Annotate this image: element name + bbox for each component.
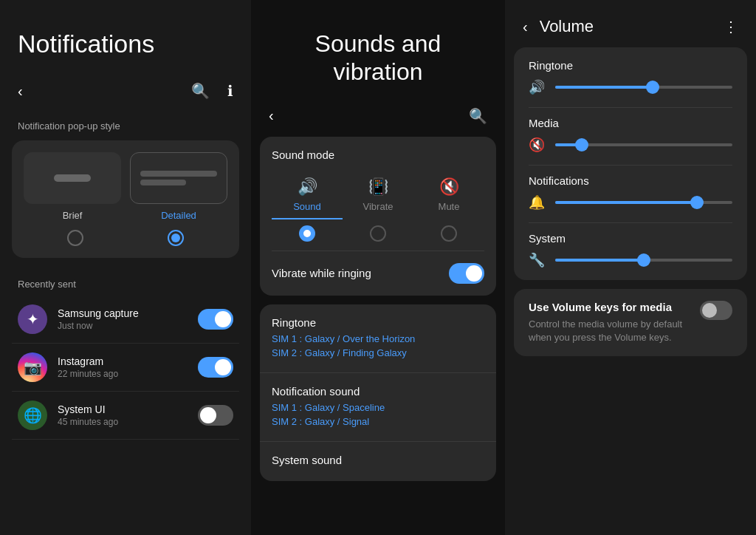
list-item[interactable]: ✦ Samsung capture Just now <box>12 296 239 344</box>
sound-label: Sound <box>293 201 321 212</box>
system-volume-icon: 🔧 <box>529 252 546 268</box>
ringtone-volume-label: Ringtone <box>529 59 732 72</box>
sound-mode-vibrate[interactable]: 📳 Vibrate <box>343 171 413 219</box>
detail-lines <box>140 171 217 185</box>
app-list: ✦ Samsung capture Just now 📷 Instagram 2… <box>0 296 251 440</box>
search-button[interactable]: 🔍 <box>188 79 213 103</box>
ringtone-volume-icon: 🔊 <box>529 79 546 95</box>
media-volume-row: 🔇 <box>529 137 732 153</box>
ringtone-thumb <box>646 81 659 94</box>
sound-mode-mute[interactable]: 🔇 Mute <box>413 171 484 219</box>
app-info: Samsung capture Just now <box>58 307 188 331</box>
brief-preview <box>24 152 121 204</box>
back-button[interactable]: ‹ <box>15 80 26 103</box>
system-ui-icon: 🌐 <box>18 401 47 430</box>
brief-option[interactable]: Brief <box>24 152 121 221</box>
sounds-toolbar: ‹ 🔍 <box>251 101 505 137</box>
mute-icon: 🔇 <box>439 177 459 197</box>
notifications-toolbar: ‹ 🔍 ℹ <box>0 73 251 115</box>
ringtone-slider[interactable] <box>555 86 732 89</box>
notifications-fill <box>555 201 697 204</box>
vibrate-radio-circle <box>370 225 386 242</box>
sounds-back-button[interactable]: ‹ <box>266 104 277 127</box>
system-fill <box>555 259 644 262</box>
detailed-radio-circle <box>168 230 184 246</box>
vibrate-row: Vibrate while ringing <box>260 251 496 296</box>
list-item[interactable]: 📷 Instagram 22 minutes ago <box>12 344 239 392</box>
sound-mode-card: Sound mode 🔊 Sound 📳 Vibrate 🔇 Mute <box>260 137 496 296</box>
list-item[interactable]: 🌐 System UI 45 minutes ago <box>12 392 239 440</box>
mute-radio-circle <box>441 225 457 242</box>
volume-title-row: ‹ Volume <box>520 16 594 38</box>
popup-radio-row <box>24 230 227 246</box>
notifications-panel: Notifications ‹ 🔍 ℹ Notification pop-up … <box>0 0 251 535</box>
system-slider[interactable] <box>555 259 732 262</box>
app-time: Just now <box>58 321 188 331</box>
media-fill <box>555 143 582 146</box>
samsung-toggle[interactable] <box>198 309 233 330</box>
use-volume-desc: Control the media volume by default when… <box>529 318 691 344</box>
brief-label: Brief <box>63 210 83 221</box>
system-volume-label: System <box>529 232 732 245</box>
media-thumb <box>575 138 588 151</box>
sound-mode-options: 🔊 Sound 📳 Vibrate 🔇 Mute <box>272 171 484 219</box>
instagram-toggle[interactable] <box>198 357 233 378</box>
system-toggle[interactable] <box>198 405 233 426</box>
notification-sound-title: Notification sound <box>272 385 484 398</box>
divider <box>529 222 732 223</box>
info-button[interactable]: ℹ <box>224 79 236 103</box>
ringtone-volume-item: Ringtone 🔊 <box>529 59 732 95</box>
media-volume-label: Media <box>529 117 732 129</box>
vibrate-toggle[interactable] <box>449 263 484 284</box>
volume-back-button[interactable]: ‹ <box>520 16 531 38</box>
system-sound-title: System sound <box>272 454 484 466</box>
detailed-radio[interactable] <box>130 230 221 246</box>
ringtone-item[interactable]: Ringtone SIM 1 : Galaxy / Over the Horiz… <box>260 304 496 373</box>
divider <box>529 165 732 166</box>
system-volume-item: System 🔧 <box>529 232 732 268</box>
notifications-thumb <box>690 196 704 209</box>
notifications-volume-item: Notifications 🔔 <box>529 174 732 211</box>
sounds-panel: Sounds and vibration ‹ 🔍 Sound mode 🔊 So… <box>251 0 505 535</box>
vibrate-icon: 📳 <box>368 177 388 197</box>
sounds-header: Sounds and vibration <box>251 0 505 101</box>
volume-header: ‹ Volume ⋮ <box>505 0 756 47</box>
app-info: Instagram 22 minutes ago <box>58 355 188 379</box>
sound-radio-circle <box>299 225 315 242</box>
system-thumb <box>637 253 650 267</box>
sound-radio[interactable] <box>272 225 343 242</box>
sound-mode-sound[interactable]: 🔊 Sound <box>272 171 343 219</box>
popup-style-card: Brief Detailed <box>12 140 239 258</box>
use-volume-toggle[interactable] <box>700 301 732 320</box>
notifications-slider[interactable] <box>555 201 732 204</box>
sound-icon: 🔊 <box>298 177 317 197</box>
volume-card: Ringtone 🔊 Media 🔇 <box>514 47 747 280</box>
detail-line-2 <box>140 180 186 185</box>
ringtone-fill <box>555 86 653 89</box>
use-volume-title: Use Volume keys for media <box>529 301 691 313</box>
detailed-option[interactable]: Detailed <box>130 152 227 221</box>
ringtone-title: Ringtone <box>272 316 484 329</box>
sounds-search-button[interactable]: 🔍 <box>466 104 490 128</box>
app-name: Samsung capture <box>58 307 188 319</box>
divider <box>529 107 732 108</box>
app-name: Instagram <box>58 355 188 367</box>
app-info: System UI 45 minutes ago <box>58 403 188 427</box>
use-volume-card[interactable]: Use Volume keys for media Control the me… <box>514 289 747 356</box>
mute-radio[interactable] <box>413 225 484 242</box>
media-volume-icon: 🔇 <box>529 137 546 153</box>
system-volume-row: 🔧 <box>529 252 732 268</box>
volume-more-button[interactable]: ⋮ <box>721 15 741 38</box>
mute-label: Mute <box>439 201 460 212</box>
toolbar-icons: 🔍 ℹ <box>188 79 236 103</box>
system-sound-item[interactable]: System sound <box>260 442 496 481</box>
sounds-title: Sounds and vibration <box>269 30 487 86</box>
notification-sound-item[interactable]: Notification sound SIM 1 : Galaxy / Spac… <box>260 373 496 442</box>
vibrate-radio[interactable] <box>343 225 413 242</box>
app-name: System UI <box>58 403 188 415</box>
popup-style-label: Notification pop-up style <box>0 115 251 140</box>
media-slider[interactable] <box>555 143 732 146</box>
brief-radio[interactable] <box>30 230 121 246</box>
instagram-icon: 📷 <box>18 352 47 382</box>
ringtone-card: Ringtone SIM 1 : Galaxy / Over the Horiz… <box>260 304 496 481</box>
